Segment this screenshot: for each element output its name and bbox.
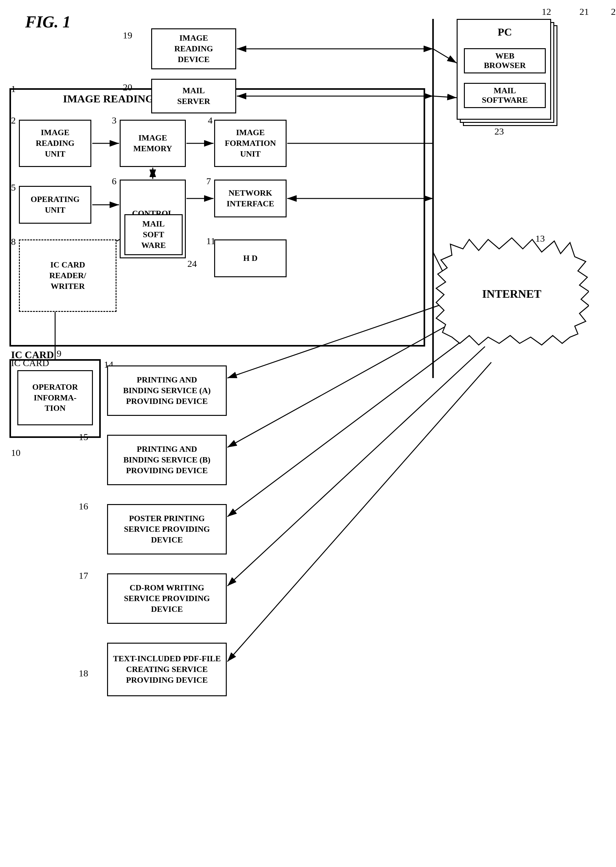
svg-line-14 (433, 96, 457, 98)
num-21: 21 (580, 6, 589, 17)
num-2: 2 (11, 115, 16, 126)
fig-title: FIG. 1 (25, 13, 71, 31)
num-7: 7 (206, 176, 211, 187)
num-6: 6 (112, 176, 116, 187)
svg-line-13 (433, 49, 457, 63)
num-17: 17 (79, 570, 88, 581)
box-hd: H D (214, 239, 287, 277)
box-image-reading-unit: IMAGE READING UNIT (19, 120, 91, 167)
num-12: 12 (542, 6, 551, 17)
box-web-browser: WEB BROWSER (464, 48, 546, 73)
num-23: 23 (495, 126, 504, 137)
svg-text:INTERNET: INTERNET (482, 288, 541, 300)
num-22: 22 (611, 6, 616, 17)
num-8: 8 (11, 236, 16, 247)
num-16: 16 (79, 501, 88, 511)
pc-front: PC WEB BROWSER MAIL SOFTWARE (457, 19, 551, 120)
num-24: 24 (187, 258, 197, 269)
box-cdrom-writing: CD-ROM WRITING SERVICE PROVIDING DEVICE (107, 573, 227, 624)
num-9: 9 (57, 348, 61, 359)
box-mail-software-pc: MAIL SOFTWARE (464, 83, 546, 108)
pc-label: PC (457, 26, 552, 38)
ic-card-title: IC CARD (11, 349, 54, 361)
box-operator-information: OPERATOR INFORMA- TION (17, 370, 93, 425)
box-ic-card-reader-writer: IC CARD READER/ WRITER (19, 239, 116, 312)
box-printing-binding-b: PRINTING AND BINDING SERVICE (B) PROVIDI… (107, 435, 227, 485)
box-image-memory: IMAGE MEMORY (120, 120, 186, 167)
num-15: 15 (79, 432, 88, 442)
box-network-interface: NETWORK INTERFACE (214, 179, 287, 217)
box-image-formation-unit: IMAGE FORMATION UNIT (214, 120, 287, 167)
num-3: 3 (112, 115, 116, 126)
num-18: 18 (79, 668, 88, 678)
box-printing-binding-a: PRINTING AND BINDING SERVICE (A) PROVIDI… (107, 365, 227, 416)
num-4: 4 (208, 115, 212, 126)
box-pdf-creating: TEXT-INCLUDED PDF-FILE CREATING SERVICE … (107, 643, 227, 696)
num-5: 5 (11, 182, 16, 193)
svg-line-20 (227, 362, 491, 662)
num-13: 13 (535, 233, 545, 244)
box-mail-server: MAIL SERVER (151, 79, 236, 113)
num-19: 19 (123, 30, 132, 41)
box-mail-software: MAIL SOFT WARE (124, 214, 183, 255)
internet-cloud: INTERNET (435, 236, 589, 368)
box-operating-unit: OPERATING UNIT (19, 186, 91, 224)
box-image-reading-device-top: IMAGE READING DEVICE (151, 28, 236, 69)
box-poster-printing: POSTER PRINTING SERVICE PROVIDING DEVICE (107, 504, 227, 554)
svg-line-19 (227, 346, 485, 586)
num-20: 20 (123, 82, 132, 93)
diagram: FIG. 1 (0, 0, 616, 867)
num-10: 10 (11, 447, 20, 458)
